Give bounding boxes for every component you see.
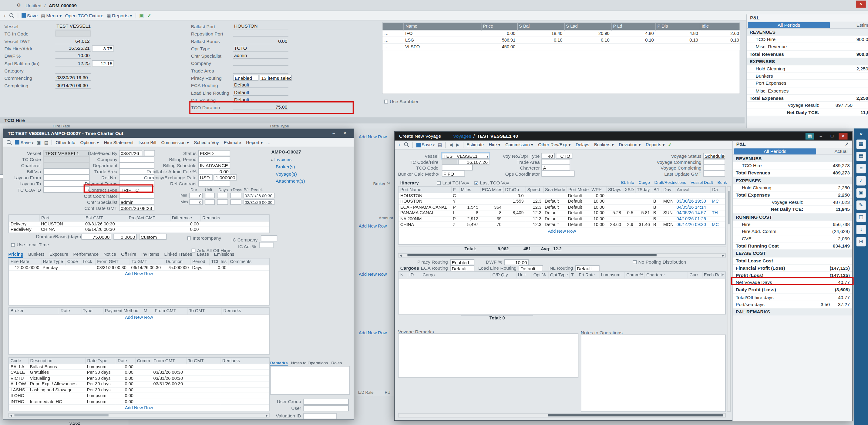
more-icon[interactable]: …: [266, 140, 271, 145]
field-input[interactable]: Enabled: [233, 75, 258, 81]
cell[interactable]: Lumpsum: [85, 393, 116, 399]
cell[interactable]: 0.00: [116, 364, 135, 369]
cell[interactable]: [135, 399, 152, 404]
field-input[interactable]: Default: [233, 90, 288, 96]
cell[interactable]: Lumpsum: [85, 364, 116, 369]
cell[interactable]: Per day: [41, 265, 65, 270]
max-unit-input[interactable]: [205, 199, 215, 205]
cell[interactable]: Ballast Bonus: [28, 364, 85, 369]
brokers-link[interactable]: Broker(s): [276, 164, 295, 169]
cell[interactable]: [220, 375, 269, 381]
cell[interactable]: 1,545: [459, 205, 480, 210]
table-row[interactable]: NA 200NMP2,9123912.3DefaultDefault10.00B…: [399, 216, 726, 222]
cell[interactable]: ILOHC: [9, 393, 28, 399]
cell[interactable]: MON: [661, 222, 675, 227]
table-row[interactable]: HOUSTONY1,55312.3DefaultDefault10.00BMON…: [399, 199, 726, 204]
cell[interactable]: Per 30 days: [85, 375, 116, 381]
field-input[interactable]: 03/31/26: [119, 150, 142, 156]
cell[interactable]: Y: [451, 199, 459, 204]
cell[interactable]: [186, 387, 220, 393]
minimize-icon[interactable]: –: [329, 130, 338, 137]
menu-item[interactable]: Bunkers ▾: [594, 142, 614, 147]
field-input[interactable]: 40: [541, 153, 555, 159]
field-input[interactable]: 03/31/26 08:23: [119, 205, 154, 211]
cell[interactable]: [635, 205, 652, 210]
cell[interactable]: 0.10: [611, 36, 655, 43]
window-dock-icon[interactable]: ◫: [857, 213, 866, 222]
cell[interactable]: MC: [710, 199, 726, 204]
cell[interactable]: Days: [190, 265, 209, 270]
cell[interactable]: 03/31/26 00:30: [152, 381, 186, 387]
cell[interactable]: [700, 43, 740, 50]
maximize-icon[interactable]: □: [828, 133, 836, 140]
add-new-row-link[interactable]: Add New Row: [399, 228, 725, 235]
cell[interactable]: 0.00: [116, 393, 135, 399]
cell[interactable]: [635, 193, 652, 199]
cell[interactable]: [220, 387, 269, 393]
cell[interactable]: 4.80: [655, 30, 700, 37]
scrollbar-thumb[interactable]: [407, 254, 656, 256]
field-input[interactable]: 64,012: [56, 38, 91, 44]
min-unit-input[interactable]: [205, 193, 215, 198]
cell[interactable]: [135, 381, 152, 387]
cell[interactable]: 586.91: [481, 36, 517, 43]
cell[interactable]: [200, 226, 270, 232]
cell[interactable]: Default: [566, 222, 590, 227]
menu-item[interactable]: Issue Bill: [138, 140, 156, 145]
cell[interactable]: [623, 193, 635, 199]
field-input[interactable]: [442, 164, 473, 171]
cell[interactable]: 12.3: [525, 210, 543, 216]
cell[interactable]: SUN: [661, 210, 675, 216]
cell[interactable]: [661, 216, 675, 222]
cell[interactable]: 06/14/26 00:30: [84, 226, 127, 232]
menu-item[interactable]: Report ▾: [246, 140, 262, 145]
cell[interactable]: 03/31/26 00:30: [95, 265, 129, 270]
min-plus-days-input[interactable]: [230, 193, 241, 198]
cell[interactable]: [228, 265, 270, 270]
cell[interactable]: [611, 43, 655, 50]
cell[interactable]: 364: [480, 205, 503, 210]
cell[interactable]: Delivery: [9, 221, 39, 226]
table-row[interactable]: …IFO0.0018.4020.904.804.802.60: [382, 30, 740, 37]
field-input[interactable]: [233, 31, 288, 37]
voyage-window-title-bar[interactable]: Create New Voyage Voyages / TEST VESSEL1…: [395, 132, 852, 141]
menu-item[interactable]: Vessel Draft: [690, 180, 713, 185]
gear-icon[interactable]: ⚙: [17, 2, 21, 8]
cell[interactable]: 06/14/26 00:30: [129, 265, 164, 270]
field-input[interactable]: [541, 159, 570, 165]
cell[interactable]: 5.28: [606, 210, 623, 216]
cell[interactable]: [28, 393, 85, 399]
cell[interactable]: LSG: [404, 36, 481, 43]
add-new-row-link[interactable]: Add New Row: [9, 271, 269, 278]
cell[interactable]: 31.46: [635, 222, 652, 227]
cell[interactable]: [503, 205, 525, 210]
add-icon[interactable]: +: [3, 13, 6, 18]
cell[interactable]: [710, 216, 726, 222]
open-tco-fixture-button[interactable]: Open TCO Fixture: [65, 13, 103, 18]
field-input[interactable]: 13 items selected: [259, 75, 292, 81]
cell[interactable]: 20.90: [564, 30, 611, 37]
menu-item[interactable]: Bunk: [717, 180, 727, 185]
cell[interactable]: VLSFO: [404, 43, 481, 50]
table-row[interactable]: VICTUVictuallingPer 30 days0.0003/31/26 …: [9, 375, 270, 381]
cell[interactable]: [135, 393, 152, 399]
cell[interactable]: Intermediate HC: [28, 399, 85, 404]
cell[interactable]: 4.80: [611, 30, 655, 37]
field-input[interactable]: [541, 170, 575, 176]
scrollbar-thumb[interactable]: [14, 414, 108, 416]
cell[interactable]: 0.00: [170, 226, 200, 232]
add-icon[interactable]: +: [398, 142, 401, 147]
min-redel-input[interactable]: 03/31/26 00:30: [244, 193, 275, 198]
cell[interactable]: [220, 369, 269, 375]
cell[interactable]: [710, 193, 726, 199]
table-row[interactable]: …VLSFO450.00: [382, 43, 740, 50]
lock-dock-icon[interactable]: ▣: [857, 188, 866, 198]
field-input[interactable]: TEST VESSEL1▾: [442, 153, 490, 159]
cell[interactable]: [480, 193, 503, 199]
cell[interactable]: VICTU: [9, 375, 28, 381]
cell[interactable]: B: [651, 205, 661, 210]
cell[interactable]: 8,409: [503, 210, 525, 216]
menu-item[interactable]: Performance: [73, 252, 99, 258]
cell[interactable]: [186, 393, 220, 399]
cell[interactable]: [152, 393, 186, 399]
